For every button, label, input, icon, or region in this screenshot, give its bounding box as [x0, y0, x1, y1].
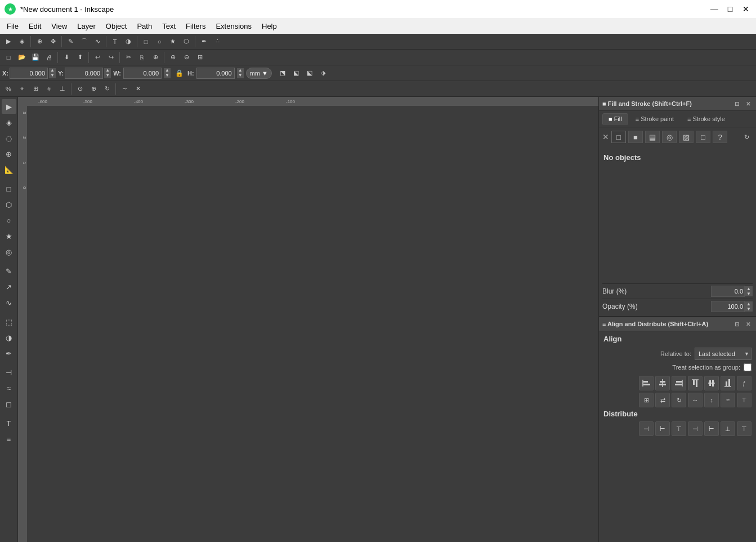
fill-pattern-btn[interactable]: ▨ — [679, 131, 694, 143]
fill-unknown-btn[interactable]: ? — [713, 131, 727, 143]
circle-tool-btn[interactable]: ○ — [153, 35, 165, 48]
text-tool-btn[interactable]: T — [109, 35, 121, 48]
relative-to-select[interactable]: Last selected First selected Biggest obj… — [695, 348, 751, 360]
blur-input[interactable] — [711, 286, 745, 297]
align-float-btn[interactable]: ⊡ — [732, 319, 741, 328]
align-extra-btn[interactable]: ⊤ — [737, 393, 751, 407]
x-down-btn[interactable]: ▼ — [49, 73, 56, 78]
menu-view[interactable]: View — [47, 21, 71, 32]
snap-centers[interactable]: ⊕ — [87, 83, 100, 95]
unit-selector[interactable]: mm ▼ — [246, 68, 272, 79]
circle-tool[interactable]: ○ — [2, 213, 16, 228]
align-top-edge-btn[interactable] — [688, 376, 703, 390]
snap-rotation[interactable]: ↻ — [101, 83, 113, 95]
fill-linear-btn[interactable]: ▤ — [645, 131, 660, 143]
spray-tool[interactable]: ≈ — [2, 381, 16, 396]
lock-ratio-btn[interactable]: 🔒 — [173, 67, 185, 79]
menu-text[interactable]: Text — [158, 21, 180, 32]
undo-btn[interactable]: ↩ — [91, 51, 104, 64]
exchange-positions-btn[interactable]: ⇄ — [655, 393, 670, 407]
eraser-tool[interactable]: ◻ — [2, 397, 16, 411]
transform-4-btn[interactable]: ⬗ — [317, 67, 329, 79]
bucket-tool[interactable]: ⬚ — [2, 314, 16, 329]
canvas-area[interactable]: -600 -500 -400 -300 -200 -100 3 2 1 0 — [18, 97, 598, 542]
fill-none-btn[interactable]: □ — [611, 131, 626, 143]
opacity-up-btn[interactable]: ▲ — [745, 301, 753, 306]
measure-tool[interactable]: 📐 — [2, 162, 16, 177]
align-center-h-btn[interactable] — [655, 376, 670, 390]
pen-tool[interactable]: ↗ — [2, 279, 16, 294]
new-btn[interactable]: □ — [2, 51, 15, 64]
xml-tool[interactable]: ≡ — [2, 432, 16, 446]
y-input[interactable] — [65, 68, 103, 79]
import-btn[interactable]: ⬇ — [60, 51, 73, 64]
gradient-tool[interactable]: ◑ — [2, 330, 16, 345]
tweak-tool[interactable]: ◌ — [2, 131, 16, 145]
snap-toggle[interactable]: % — [2, 83, 15, 95]
align-bottom-edge-btn[interactable] — [721, 376, 735, 390]
dist-right-btn[interactable]: ⊤ — [672, 421, 686, 436]
tab-fill[interactable]: ■ Fill — [602, 113, 628, 125]
menu-layer[interactable]: Layer — [73, 21, 100, 32]
menu-file[interactable]: File — [2, 21, 23, 32]
w-input[interactable] — [123, 68, 162, 79]
transform-2-btn[interactable]: ⬕ — [290, 67, 302, 79]
selector-tool-btn[interactable]: ▶ — [2, 35, 15, 48]
align-right-edge-btn[interactable] — [672, 376, 686, 390]
calligraphy-tool[interactable]: ∿ — [2, 295, 16, 310]
star-tool-btn[interactable]: ★ — [167, 35, 179, 48]
blur-up-btn[interactable]: ▲ — [745, 286, 753, 291]
zoom-out-btn[interactable]: ⊖ — [180, 51, 193, 64]
dist-center-v-btn[interactable]: ⊢ — [704, 421, 719, 436]
pencil-tool[interactable]: ✎ — [2, 264, 16, 278]
close-button[interactable]: ✕ — [740, 3, 751, 15]
remove-overlaps-btn[interactable]: ⊞ — [639, 393, 654, 407]
blur-down-btn[interactable]: ▼ — [745, 291, 753, 296]
align-left-edge-btn[interactable] — [639, 376, 654, 390]
x-input[interactable] — [10, 68, 48, 79]
fill-stroke-close-btn[interactable]: ✕ — [744, 99, 753, 108]
treat-group-checkbox[interactable] — [744, 363, 751, 371]
snap-grid[interactable]: # — [43, 83, 55, 95]
snap-midpoints[interactable]: ⊙ — [74, 83, 86, 95]
spiral-tool[interactable]: ◎ — [2, 245, 16, 259]
copy-btn[interactable]: ⎘ — [136, 51, 148, 64]
snap-intersections[interactable]: ✕ — [132, 83, 144, 95]
dist-left-btn[interactable]: ⊣ — [639, 421, 654, 436]
tab-stroke-style[interactable]: ≡ Stroke style — [681, 113, 731, 125]
flip-h-btn[interactable]: ↔ — [688, 393, 703, 407]
menu-object[interactable]: Object — [101, 21, 132, 32]
dist-top-btn[interactable]: ⊣ — [688, 421, 703, 436]
h-down-btn[interactable]: ▼ — [237, 73, 244, 78]
fill-stroke-float-btn[interactable]: ⊡ — [732, 99, 741, 108]
opacity-input[interactable] — [711, 301, 745, 312]
calligraphy-tool-btn[interactable]: ∿ — [91, 35, 104, 48]
dist-center-h-btn[interactable]: ⊢ — [655, 421, 670, 436]
fill-flat-btn[interactable]: ■ — [628, 131, 643, 143]
align-text-baseline-btn[interactable]: ƒ — [737, 376, 751, 390]
zoom-in-btn[interactable]: ⊕ — [167, 51, 179, 64]
export-btn[interactable]: ⬆ — [74, 51, 86, 64]
bezier-tool-btn[interactable]: ⌒ — [78, 35, 90, 48]
pencil-tool-btn[interactable]: ✎ — [64, 35, 77, 48]
zoom-tool-btn[interactable]: ⊕ — [33, 35, 46, 48]
align-center-v-btn[interactable] — [704, 376, 719, 390]
random-btn[interactable]: ≈ — [721, 393, 735, 407]
fill-refresh-btn[interactable]: ↻ — [740, 131, 753, 143]
menu-help[interactable]: Help — [257, 21, 281, 32]
rect-tool-btn[interactable]: □ — [140, 35, 152, 48]
fill-radial-btn[interactable]: ◎ — [662, 131, 677, 143]
connector-tool[interactable]: ⊣ — [2, 365, 16, 380]
print-btn[interactable]: 🖨 — [43, 51, 55, 64]
zoom-fit-btn[interactable]: ⊞ — [194, 51, 206, 64]
zoom-tool[interactable]: ⊕ — [2, 146, 16, 161]
minimize-button[interactable]: — — [709, 3, 720, 15]
gradient-tool-btn[interactable]: ◑ — [122, 35, 135, 48]
rect-tool[interactable]: □ — [2, 181, 16, 196]
save-btn[interactable]: 💾 — [29, 51, 42, 64]
pan-tool-btn[interactable]: ✥ — [47, 35, 59, 48]
redo-btn[interactable]: ↪ — [105, 51, 117, 64]
menu-edit[interactable]: Edit — [24, 21, 46, 32]
flip-v-btn[interactable]: ↕ — [704, 393, 719, 407]
snap-nodes[interactable]: ⌖ — [16, 83, 28, 95]
